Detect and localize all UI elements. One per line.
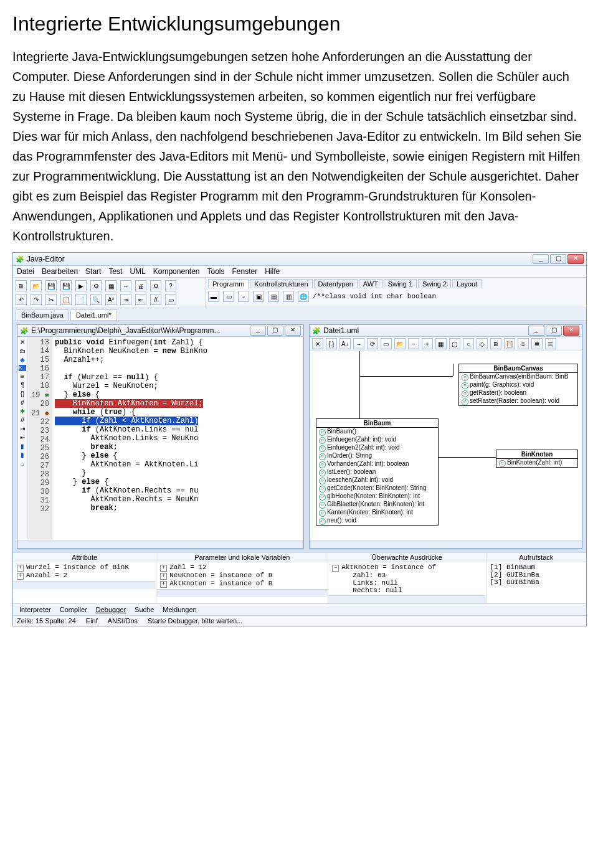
bottom-tab-interpreter[interactable]: Interpreter	[17, 605, 54, 614]
tab-programm[interactable]: Programm	[208, 279, 249, 288]
file-tab-binbaum[interactable]: BinBaum.java	[16, 309, 69, 320]
menu-start[interactable]: Start	[85, 267, 101, 276]
menu-tools[interactable]: Tools	[207, 267, 225, 276]
uml-diamond-icon[interactable]: ◇	[477, 338, 488, 349]
uml-assoc-icon[interactable]: ↔	[120, 280, 131, 291]
list-gutter-icon[interactable]: ≡	[21, 373, 24, 380]
uml-open-icon[interactable]: 📂	[394, 338, 406, 349]
tab-swing2[interactable]: Swing 2	[418, 279, 451, 288]
menu-komponenten[interactable]: Komponenten	[153, 267, 200, 276]
menu-datei[interactable]: Datei	[17, 267, 34, 276]
menu-fenster[interactable]: Fenster	[232, 267, 258, 276]
tab-kontrollstrukturen[interactable]: Kontrollstrukturen	[250, 279, 312, 288]
code-hscroll[interactable]	[17, 540, 303, 548]
font-icon[interactable]: A²	[105, 294, 116, 305]
uml-doc-icon[interactable]: 🗎	[490, 338, 501, 349]
key-gutter-icon[interactable]: K	[19, 365, 26, 371]
tab-datentypen[interactable]: Datentypen	[314, 279, 358, 288]
close-button[interactable]: ✕	[567, 254, 584, 264]
uml-align1-icon[interactable]: ≡	[518, 338, 529, 349]
uml-max-button[interactable]: ▢	[546, 326, 562, 336]
uml-canvas[interactable]: BinBaumCanvas ○BinBaumCanvas(einBinBaum:…	[310, 351, 582, 540]
uml-close-button[interactable]: ✕	[563, 326, 579, 336]
code-close-button[interactable]: ✕	[285, 326, 301, 336]
minimize-button[interactable]: _	[533, 254, 549, 264]
uml-min-button[interactable]: _	[528, 326, 544, 336]
compile-icon[interactable]: ⚙	[90, 280, 102, 291]
saveall-icon[interactable]: 💾	[60, 280, 72, 291]
indent-gutter-icon[interactable]: ⇥	[20, 425, 25, 432]
bottom-tab-meldungen[interactable]: Meldungen	[160, 605, 199, 614]
copy-icon[interactable]: 📋	[60, 294, 72, 305]
print-icon[interactable]: 🖨	[135, 280, 146, 291]
panel-attr-scroll[interactable]	[13, 581, 156, 589]
code-max-button[interactable]: ▢	[267, 326, 283, 336]
braces-gutter-icon[interactable]: {}	[21, 390, 25, 397]
uml-grid-icon[interactable]: ▦	[435, 338, 447, 349]
tab-awt[interactable]: AWT	[359, 279, 382, 288]
outdent-icon[interactable]: ⇤	[135, 294, 146, 305]
outdent-gutter-icon[interactable]: ⇤	[20, 434, 25, 441]
uml-align2-icon[interactable]: ≣	[531, 338, 543, 349]
template-japplet-icon[interactable]: 🌐	[298, 291, 309, 302]
template-console-icon[interactable]: ▬	[208, 291, 219, 302]
class-gutter-icon[interactable]: ◆	[20, 356, 25, 363]
bottom-tab-suche[interactable]: Suche	[132, 605, 156, 614]
uml-square-icon[interactable]: ▢	[449, 338, 460, 349]
uml-class-binbaum[interactable]: BinBaum ○BinBaum()○Einfuegen(Zahl: int):…	[316, 418, 439, 526]
code-min-button[interactable]: _	[250, 326, 266, 336]
uml-plus-icon[interactable]: +	[422, 338, 433, 349]
uml-hscroll[interactable]	[310, 540, 582, 548]
close-gutter-icon[interactable]: ✕	[20, 339, 25, 346]
uml-class-icon[interactable]: ▦	[105, 280, 116, 291]
cut-icon[interactable]: ✂	[45, 294, 57, 305]
menu-test[interactable]: Test	[108, 267, 122, 276]
uml-close-icon[interactable]: ✕	[312, 338, 323, 349]
template-frame-icon[interactable]: ▭	[223, 291, 234, 302]
menu-hilfe[interactable]: Hilfe	[265, 267, 280, 276]
comment-icon[interactable]: //	[150, 294, 161, 305]
maximize-button[interactable]: ▢	[550, 254, 566, 264]
template-jdialog-icon[interactable]: ▥	[283, 291, 294, 302]
box-icon[interactable]: ▭	[165, 294, 176, 305]
hash-gutter-icon[interactable]: #	[21, 399, 24, 406]
tab-swing1[interactable]: Swing 1	[384, 279, 417, 288]
run-icon[interactable]: ▶	[75, 280, 87, 291]
undo-icon[interactable]: ↶	[16, 294, 27, 305]
struct-gutter-icon[interactable]: ⌂	[21, 460, 24, 467]
indent-icon[interactable]: ⇥	[120, 294, 131, 305]
template-jframe-icon[interactable]: ▤	[268, 291, 279, 302]
panel-watch-scroll[interactable]	[328, 595, 485, 603]
bug-gutter-icon[interactable]: ✱	[20, 408, 25, 415]
save-icon[interactable]: 💾	[45, 280, 57, 291]
uml-newclass-icon[interactable]: ▭	[381, 338, 392, 349]
pilcrow-gutter-icon[interactable]: ¶	[21, 382, 24, 389]
comment-gutter-icon[interactable]: //	[21, 417, 24, 423]
uml-minus-icon[interactable]: −	[408, 338, 419, 349]
bottom-tab-debugger[interactable]: Debugger	[93, 605, 128, 614]
redo-icon[interactable]: ↷	[31, 294, 42, 305]
menu-bearbeiten[interactable]: Bearbeiten	[42, 267, 78, 276]
uml-braces-icon[interactable]: {.}	[326, 338, 337, 349]
uml-refresh-icon[interactable]: ⟳	[367, 338, 378, 349]
uml-class-binknoten[interactable]: BinKnoten ○BinKnoten(Zahl: int)	[496, 450, 578, 468]
uml-copy-icon[interactable]: 📋	[504, 338, 515, 349]
help-icon[interactable]: ?	[165, 280, 176, 291]
uml-bars-icon[interactable]: ☰	[545, 338, 556, 349]
paste-icon[interactable]: 📄	[75, 294, 87, 305]
code-area[interactable]: public void Einfuegen(int Zahl) { BinKno…	[52, 337, 303, 540]
d2-gutter-icon[interactable]: ▮	[21, 451, 24, 458]
file-tab-datei1[interactable]: Datei1.uml*	[70, 309, 117, 320]
new-file-icon[interactable]: 🗎	[16, 280, 27, 291]
bottom-tab-compiler[interactable]: Compiler	[57, 605, 90, 614]
template-dialog-icon[interactable]: ▫	[238, 291, 249, 302]
uml-class-binbaumcanvas[interactable]: BinBaumCanvas ○BinBaumCanvas(einBinBaum:…	[458, 364, 578, 406]
template-applet-icon[interactable]: ▣	[253, 291, 264, 302]
panel-params-scroll[interactable]	[156, 589, 328, 597]
d1-gutter-icon[interactable]: ▮	[21, 443, 24, 450]
uml-circle-icon[interactable]: ○	[463, 338, 474, 349]
uml-sort-icon[interactable]: A↓	[339, 338, 351, 349]
uml-arrow-icon[interactable]: →	[353, 338, 364, 349]
config-icon[interactable]: ⚙	[150, 280, 161, 291]
open-icon[interactable]: 📂	[31, 280, 42, 291]
